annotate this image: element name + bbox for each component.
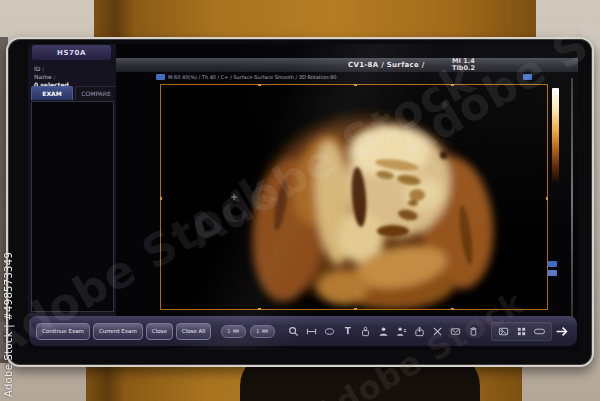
patient-id-label: ID : [34,65,69,73]
image-preview-icon[interactable] [497,325,510,338]
render-parameters: M:60 40(%) / Th 40 / C+ / Surface Surfac… [168,74,520,80]
bodymarker-icon[interactable] [359,325,372,338]
tab-exam[interactable]: EXAM [31,86,73,100]
patient-icon[interactable] [377,325,390,338]
delete-icon[interactable] [467,325,480,338]
close-all-button[interactable]: Close All [176,323,212,340]
compare-icon[interactable] [431,325,444,338]
text-tool-glyph: T [345,327,351,336]
worklist-icon[interactable] [395,325,408,338]
roi-tick [160,197,162,200]
text-tool-icon[interactable]: T [341,325,354,338]
annotation-indicator-icon[interactable] [523,74,532,80]
wooden-door-top [94,0,536,38]
render-colormap-bar [552,88,559,182]
print-2-button[interactable]: 1 [250,325,275,338]
mode-indicator-icon[interactable] [156,74,165,80]
roi-tick [258,308,261,310]
tab-compare[interactable]: COMPARE [75,86,117,100]
probe-preset-label: CV1-8A / Surface / [348,61,425,69]
fetus-3d-render [161,85,547,309]
monitor: HS70A ID : Name : 0 selected EXAM COMPAR… [6,37,594,367]
ultrasound-image-area[interactable] [160,84,548,310]
sidebar: HS70A ID : Name : 0 selected EXAM COMPAR… [28,44,116,316]
caliper-icon[interactable] [305,325,318,338]
print-1-button[interactable]: 1 [221,325,246,338]
roi-tick [451,308,454,310]
roi-tick [258,84,261,86]
screen-edge-reflection [571,78,573,318]
roi-tick [546,197,548,200]
system-model-label: HS70A [32,45,111,60]
bottom-toolbar: Continue Exam Current Exam Close Close A… [29,316,577,346]
email-icon[interactable] [449,325,462,338]
tib-value: TIb0.2 [452,65,475,72]
zoom-icon[interactable] [287,325,300,338]
print-count: 1 [256,328,259,334]
ellipse-tool-icon[interactable] [323,325,336,338]
image-nav-icon[interactable] [548,261,557,267]
next-page-arrow-button[interactable] [555,325,568,338]
print-button-group: 1 1 [221,325,275,338]
close-button[interactable]: Close [146,323,173,340]
thumbnail-list-panel[interactable] [31,101,114,312]
display-tool-group [491,322,552,341]
stock-photo: HS70A ID : Name : 0 selected EXAM COMPAR… [0,0,600,401]
current-exam-button[interactable]: Current Exam [93,323,143,340]
status-bar: CV1-8A / Surface / MI 1.4 TIb0.2 [116,58,578,72]
sidebar-tabs: EXAM COMPARE [31,86,117,100]
print-count: 1 [227,328,230,334]
main-display: CV1-8A / Surface / MI 1.4 TIb0.2 M:60 40… [116,44,578,316]
printer-icon [261,328,269,334]
patient-name-label: Name : [34,73,69,81]
roi-tick [451,84,454,86]
parameter-line: M:60 40(%) / Th 40 / C+ / Surface Surfac… [156,72,532,81]
watermark-id-label: Adobe Stock | #498573349 [3,252,14,397]
label-tag-icon[interactable] [533,325,546,338]
acoustic-output-readout: MI 1.4 TIb0.2 [452,58,475,72]
ultrasound-screen: HS70A ID : Name : 0 selected EXAM COMPAR… [28,44,578,350]
printer-icon [232,328,240,334]
export-icon[interactable] [413,325,426,338]
roi-tick [354,308,357,310]
grid-layout-icon[interactable] [515,325,528,338]
roi-tick [354,84,357,86]
continue-exam-button[interactable]: Continue Exam [36,323,90,340]
annotation-tools: T [287,325,480,338]
image-nav-icon[interactable] [548,270,557,276]
